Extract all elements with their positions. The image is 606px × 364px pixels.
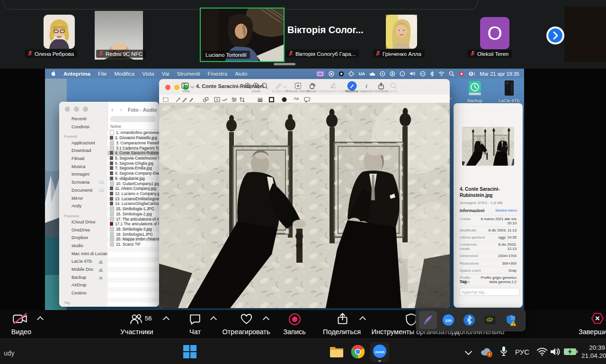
sidebar-item[interactable]: Mirror	[59, 194, 107, 202]
eject-icon[interactable]	[99, 268, 103, 270]
airpods-icon[interactable]	[420, 71, 426, 77]
menu-item[interactable]: Vista	[138, 71, 158, 77]
minimize-button[interactable]	[174, 85, 179, 90]
sidebar-item[interactable]: Recenti	[59, 115, 107, 123]
cloud-icon[interactable]	[369, 71, 375, 76]
sidebar-item[interactable]: Immagini	[59, 170, 107, 178]
file-row[interactable]: 17. The articulations of rit	[107, 216, 159, 222]
taskbar-clock[interactable]: 20:39 21.04.20	[581, 344, 605, 360]
sidebar-item[interactable]: Musica	[59, 162, 107, 170]
file-row[interactable]: 1. Amandorlino genovese,	[107, 130, 159, 135]
sidebar-item[interactable]: Backup	[59, 273, 107, 281]
language-indicator[interactable]: РУС	[515, 348, 529, 356]
menu-bar-clock[interactable]: Mar 21 apr 19:35	[480, 71, 519, 77]
sidebar-item[interactable]: Applicazioni	[59, 139, 107, 147]
file-row[interactable]: 9. oldguitarist.jpg	[107, 176, 159, 181]
file-row[interactable]: 12. Luciano e Company.jp	[107, 191, 159, 196]
volume-icon[interactable]	[550, 347, 561, 358]
file-info-window[interactable]: 4. Conte Saracini- Rubinstein.jpg Immagi…	[454, 103, 523, 308]
selection-tool-icon[interactable]	[163, 96, 169, 102]
file-row[interactable]: 14. LucianoGhigliaCarlosE	[107, 201, 159, 206]
microphone-icon[interactable]	[499, 346, 508, 360]
video-options-chevron[interactable]	[37, 316, 44, 323]
close-button[interactable]	[165, 85, 170, 90]
file-row[interactable]: 18. Simbologia-3.jpg	[107, 227, 159, 232]
screen-mirroring-icon[interactable]	[316, 71, 324, 77]
zoom-fit-button[interactable]	[261, 82, 268, 91]
desktop-icon-backup[interactable]: Backup	[464, 80, 485, 103]
forward-button[interactable]: ›	[120, 106, 122, 113]
status-user-icon[interactable]	[390, 71, 395, 77]
menu-item[interactable]: Strumenti	[173, 71, 204, 77]
weather-widget-partial[interactable]: udy	[4, 349, 15, 357]
show-less-link[interactable]: Mostra meno	[496, 208, 517, 213]
share-options-chevron[interactable]	[359, 316, 366, 323]
file-row[interactable]: 8. Segovia-Company-Dia	[107, 171, 159, 176]
menu-item[interactable]: File	[94, 71, 111, 77]
sidebar-item[interactable]: Condivisi	[59, 123, 107, 131]
file-row[interactable]: 5. Segovia-Castelnuovo T	[107, 156, 159, 161]
sketch-tool-icon[interactable]	[182, 96, 188, 102]
finder-window[interactable]: Recenti Condivisi Preferi	[59, 102, 159, 307]
participants-options-chevron[interactable]	[163, 316, 169, 323]
zoom-out-button[interactable]	[244, 82, 251, 91]
user-switch-icon[interactable]	[469, 71, 475, 77]
menu-item[interactable]: Aiuto	[231, 71, 251, 77]
battery-charging-icon[interactable]	[564, 348, 578, 357]
shapes-tool-icon[interactable]	[203, 96, 209, 102]
sidebar-item[interactable]: LaCie 6Tb	[59, 257, 107, 266]
sidebar-item[interactable]: Documenti	[59, 186, 107, 195]
status-dot-icon[interactable]	[329, 71, 334, 77]
chat-options-chevron[interactable]	[210, 316, 217, 323]
adjust-tool-icon[interactable]	[231, 96, 237, 102]
eject-icon[interactable]	[99, 276, 103, 278]
sidebar-item[interactable]: OneDrive	[59, 226, 107, 234]
window-controls-inactive[interactable]	[65, 107, 88, 112]
sidebar-item[interactable]: Download	[59, 147, 107, 155]
file-row[interactable]: 2. Giovanni Paisiello.jpg	[107, 135, 159, 141]
file-row[interactable]: 3. Comparazione Paisiello	[107, 140, 159, 145]
sidebar-item[interactable]: Dropbox	[59, 234, 107, 242]
annotation-bubble-icon[interactable]	[304, 96, 310, 102]
file-row[interactable]: 13. LucianoEmilitaSegovia	[107, 196, 159, 201]
nvidia-tray-icon[interactable]	[484, 314, 496, 326]
feather-pen-icon[interactable]	[422, 314, 434, 326]
wifi-icon[interactable]	[438, 71, 445, 76]
column-header[interactable]: Nome	[110, 124, 121, 129]
zoom-button[interactable]	[83, 107, 88, 112]
finder-search-field[interactable]	[110, 116, 156, 122]
start-button[interactable]	[183, 345, 197, 361]
apple-menu-icon[interactable]	[45, 70, 60, 77]
sign-tool-icon[interactable]	[222, 96, 228, 102]
next-participants-page-button[interactable]	[546, 27, 564, 44]
strip-resize-handle[interactable]	[274, 63, 295, 65]
status-target-icon[interactable]	[380, 71, 385, 77]
volume-icon[interactable]	[410, 71, 416, 76]
bluetooth-tray-icon[interactable]	[463, 314, 475, 326]
record-status-icon[interactable]	[459, 71, 464, 77]
sidebar-item[interactable]: Cestino	[59, 289, 107, 297]
sidebar-item[interactable]: AirDrop	[59, 281, 107, 289]
preview-window[interactable]: Vista 4. Conte Saracini-Rubinstei... Zoo…	[159, 79, 450, 308]
back-button[interactable]: ‹	[111, 106, 113, 113]
file-row[interactable]: 7. Segovia-Emilia.jpg	[107, 166, 159, 171]
menu-app-name[interactable]: Anteprima	[60, 71, 94, 77]
text-tool-icon[interactable]: A	[214, 96, 220, 102]
status-info-icon[interactable]: i	[400, 71, 405, 77]
keyboard-layout-indicator[interactable]: UA	[358, 71, 365, 76]
sidebar-item[interactable]: Filmati	[59, 155, 107, 163]
file-explorer-icon[interactable]	[330, 346, 344, 360]
menu-item[interactable]: Finestra	[204, 71, 232, 77]
file-row[interactable]: 6. Segovia-Ghiglia.jpg	[107, 160, 159, 166]
border-color-icon[interactable]	[268, 96, 275, 102]
onedrive-icon[interactable]: !	[480, 346, 493, 360]
zoom-app-tray-icon[interactable]: zm	[442, 314, 454, 326]
windows-security-tray-icon[interactable]	[505, 314, 517, 326]
file-row[interactable]: 21. Scan2.TIF	[107, 242, 159, 247]
sidebar-item[interactable]: Scrivania	[59, 178, 107, 186]
file-row[interactable]: 11. Alvaro Company.jpg	[107, 186, 159, 191]
sidebar-item[interactable]: Mobile Doc	[59, 266, 107, 274]
chrome-icon[interactable]	[351, 345, 365, 361]
minimize-button[interactable]	[74, 107, 79, 112]
wifi-icon[interactable]	[536, 347, 548, 358]
